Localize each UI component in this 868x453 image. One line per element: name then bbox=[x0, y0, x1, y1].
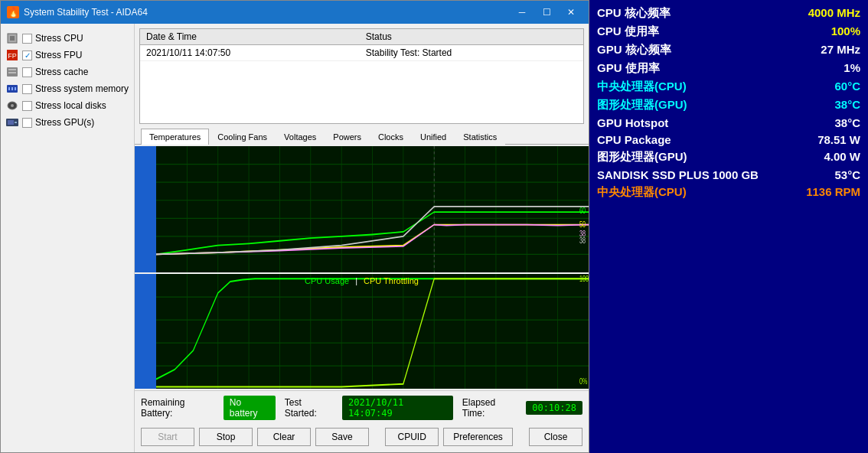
bottom-buttons: Start Stop Clear Save CPUID Preferences … bbox=[135, 425, 589, 452]
stress-memory-checkbox[interactable] bbox=[22, 84, 32, 94]
svg-text:50: 50 bbox=[579, 220, 586, 230]
stress-fpu-checkbox[interactable] bbox=[22, 51, 32, 60]
cache-icon bbox=[5, 65, 19, 79]
stat-value-5: 38°C bbox=[834, 98, 860, 111]
stress-fpu-item: FP Stress FPU bbox=[4, 47, 131, 64]
test-started-label: Test Started: bbox=[285, 397, 333, 419]
stress-disk-checkbox[interactable] bbox=[22, 101, 32, 111]
col-status: Status bbox=[360, 29, 583, 45]
content-area: Stress CPU FP Stress FPU Stress cache bbox=[1, 24, 589, 452]
window-controls: ─ ☐ ✕ bbox=[511, 5, 582, 20]
window-title: System Stability Test - AIDA64 bbox=[24, 7, 148, 18]
tab-statistics[interactable]: Statistics bbox=[455, 129, 505, 145]
elapsed-value: 00:10:28 bbox=[526, 401, 582, 415]
battery-label: Remaining Battery: bbox=[141, 397, 214, 419]
stats-panel: CPU 核心频率 4000 MHz CPU 使用率 100% GPU 核心频率 … bbox=[589, 0, 868, 453]
stat-label-6: GPU Hotspot bbox=[597, 116, 668, 129]
stat-label-2: GPU 核心频率 bbox=[597, 43, 671, 57]
log-table: Date & Time Status 2021/10/11 14:07:50 S… bbox=[140, 29, 583, 61]
temp-graph-svg: 60 50 38 38 bbox=[156, 146, 589, 272]
svg-rect-15 bbox=[15, 122, 17, 123]
preferences-button[interactable]: Preferences bbox=[443, 428, 513, 446]
tab-voltages[interactable]: Voltages bbox=[276, 129, 325, 145]
svg-text:100%: 100% bbox=[579, 273, 589, 283]
svg-rect-6 bbox=[8, 72, 16, 73]
left-panel: Stress CPU FP Stress FPU Stress cache bbox=[1, 24, 135, 452]
tab-powers[interactable]: Powers bbox=[325, 129, 370, 145]
title-bar-left: 🔥 System Stability Test - AIDA64 bbox=[7, 6, 148, 18]
stat-label-8: 图形处理器(GPU) bbox=[597, 150, 687, 165]
stat-label-3: GPU 使用率 bbox=[597, 61, 660, 76]
stress-fpu-label: Stress FPU bbox=[35, 50, 82, 60]
cpuid-button[interactable]: CPUID bbox=[385, 428, 439, 446]
stress-disk-label: Stress local disks bbox=[35, 100, 106, 111]
memory-icon bbox=[5, 82, 19, 96]
stat-label-1: CPU 使用率 bbox=[597, 24, 659, 39]
stat-row-3: GPU 使用率 1% bbox=[597, 60, 860, 77]
stop-button[interactable]: Stop bbox=[199, 428, 253, 446]
start-button[interactable]: Start bbox=[141, 428, 194, 446]
stat-value-9: 53°C bbox=[834, 168, 860, 181]
gpu-icon bbox=[5, 116, 19, 129]
stat-value-10: 1136 RPM bbox=[806, 185, 860, 198]
cpu-graph-svg: 100% 0% bbox=[156, 274, 589, 389]
minimize-button[interactable]: ─ bbox=[511, 5, 534, 20]
stat-row-9: SANDISK SSD PLUS 1000 GB 53°C bbox=[597, 167, 860, 183]
stat-row-7: CPU Package 78.51 W bbox=[597, 132, 860, 148]
stress-gpu-item: Stress GPU(s) bbox=[4, 114, 131, 131]
stress-cpu-checkbox[interactable] bbox=[22, 34, 32, 44]
stress-disk-item: Stress local disks bbox=[4, 97, 131, 114]
tab-temperatures[interactable]: Temperatures bbox=[141, 129, 209, 145]
svg-point-12 bbox=[11, 104, 14, 107]
stress-cache-item: Stress cache bbox=[4, 64, 131, 80]
stress-gpu-checkbox[interactable] bbox=[22, 118, 32, 128]
stat-value-8: 4.00 W bbox=[824, 150, 860, 163]
tab-cooling-fans[interactable]: Cooling Fans bbox=[209, 129, 276, 145]
stat-value-2: 27 MHz bbox=[821, 43, 860, 56]
log-table-container: Date & Time Status 2021/10/11 14:07:50 S… bbox=[139, 28, 584, 124]
stress-cpu-label: Stress CPU bbox=[35, 33, 83, 44]
stress-cache-checkbox[interactable] bbox=[22, 67, 32, 77]
stat-value-3: 1% bbox=[844, 61, 860, 74]
svg-text:FP: FP bbox=[8, 52, 17, 60]
test-started-value: 2021/10/11 14:07:49 bbox=[342, 396, 453, 420]
log-datetime: 2021/10/11 14:07:50 bbox=[140, 45, 360, 61]
clear-button[interactable]: Clear bbox=[257, 428, 311, 446]
tab-unified[interactable]: Unified bbox=[412, 129, 455, 145]
stress-cpu-item: Stress CPU bbox=[4, 30, 131, 47]
stat-row-0: CPU 核心频率 4000 MHz bbox=[597, 5, 860, 22]
table-row: 2021/10/11 14:07:50 Stability Test: Star… bbox=[140, 45, 583, 61]
svg-rect-14 bbox=[8, 120, 14, 125]
fpu-icon: FP bbox=[5, 48, 19, 62]
svg-rect-1 bbox=[10, 36, 15, 41]
tab-clocks[interactable]: Clocks bbox=[370, 129, 412, 145]
close-window-button[interactable]: ✕ bbox=[560, 5, 582, 20]
stat-row-2: GPU 核心频率 27 MHz bbox=[597, 41, 860, 59]
temperature-graph: 115°C 0°C 14:07:49 ☑ Motherboard ☑ CPU bbox=[135, 146, 589, 272]
stat-row-10: 中央处理器(CPU) 1136 RPM bbox=[597, 184, 860, 201]
stat-label-7: CPU Package bbox=[597, 133, 671, 146]
title-bar: 🔥 System Stability Test - AIDA64 ─ ☐ ✕ bbox=[1, 1, 589, 24]
svg-text:38: 38 bbox=[579, 236, 586, 246]
elapsed-label: Elapsed Time: bbox=[462, 397, 517, 419]
status-bar: Remaining Battery: No battery Test Start… bbox=[135, 390, 589, 425]
battery-value: No battery bbox=[224, 396, 276, 420]
svg-text:60: 60 bbox=[579, 207, 586, 216]
cpu-usage-graph: 100% 0% 100% 0% CPU Usage | CPU Throttli… bbox=[135, 274, 589, 389]
save-button[interactable]: Save bbox=[315, 428, 369, 446]
stress-memory-item: Stress system memory bbox=[4, 80, 131, 97]
stat-value-7: 78.51 W bbox=[817, 133, 860, 146]
stat-row-8: 图形处理器(GPU) 4.00 W bbox=[597, 148, 860, 166]
maximize-button[interactable]: ☐ bbox=[535, 5, 558, 20]
stat-row-4: 中央处理器(CPU) 60°C bbox=[597, 78, 860, 96]
close-button[interactable]: Close bbox=[529, 428, 582, 446]
stat-label-10: 中央处理器(CPU) bbox=[597, 185, 687, 200]
log-status: Stability Test: Started bbox=[360, 45, 583, 61]
cpu-icon bbox=[5, 31, 19, 45]
stat-value-6: 38°C bbox=[834, 116, 860, 129]
stress-memory-label: Stress system memory bbox=[35, 83, 129, 94]
stat-label-0: CPU 核心频率 bbox=[597, 6, 671, 21]
stat-row-5: 图形处理器(GPU) 38°C bbox=[597, 96, 860, 114]
cpu-legend: CPU Usage | CPU Throttling bbox=[305, 276, 419, 285]
stat-label-5: 图形处理器(GPU) bbox=[597, 98, 687, 112]
